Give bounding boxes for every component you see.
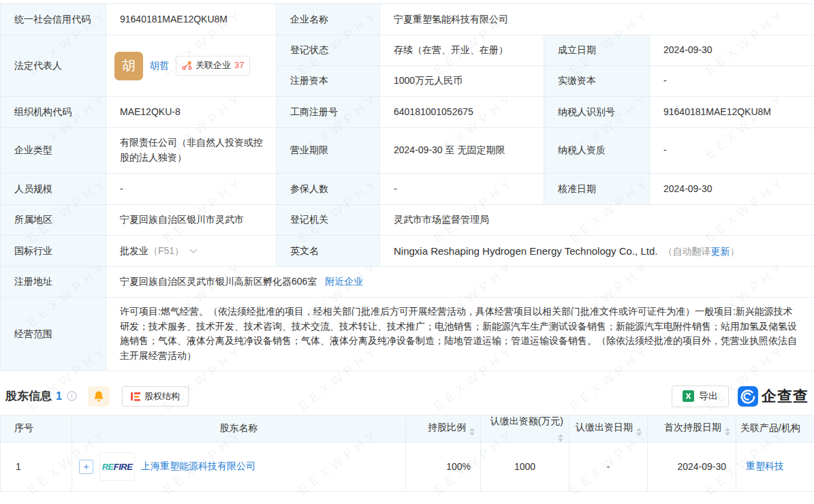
address-label: 注册地址 [1, 267, 106, 298]
region-label: 所属地区 [1, 205, 106, 236]
shareholder-name-cell: + REFIRE 上海重塑能源科技有限公司 [72, 442, 406, 491]
address-value: 宁夏回族自治区灵武市银川高新区孵化器606室 附近企业 [106, 267, 814, 298]
ratio-value: 100% [406, 442, 481, 491]
english-note-suffix: ） [730, 246, 739, 257]
staff-size-value: - [106, 174, 277, 205]
logo-fire-text: FIRE [114, 462, 133, 472]
nearby-companies-link[interactable]: 附近企业 [325, 276, 363, 287]
org-code-value: MAE12QKU-8 [106, 97, 277, 128]
col-ratio: 持股比例 [406, 415, 481, 442]
industry-text: 批发业 [120, 245, 148, 256]
related-companies-button[interactable]: 关联企业 37 [176, 56, 250, 75]
company-type-label: 企业类型 [1, 128, 106, 174]
row-index: 1 [1, 442, 72, 491]
chevron-down-icon[interactable] [189, 249, 198, 253]
approval-date-value: 2024-09-30 [650, 174, 814, 205]
insured-count-label: 参保人数 [277, 174, 380, 205]
qcc-brand-text: 企查查 [762, 386, 809, 407]
english-note-prefix: （自动翻译 [663, 246, 710, 257]
col-index: 序号 [1, 415, 72, 442]
col-related-product: 关联产品/机构 [736, 415, 814, 442]
legal-rep-label: 法定代表人 [1, 35, 106, 97]
section-title: 股东信息 [5, 388, 52, 404]
col-subscribe-date: 认缴出资日期 [569, 415, 648, 442]
paid-capital-label: 实缴资本 [544, 66, 650, 97]
export-label: 导出 [699, 390, 718, 403]
english-name-text: Ningxia Reshaping Hydrogen Energy Techno… [394, 245, 657, 257]
biz-reg-no-label: 工商注册号 [277, 97, 380, 128]
taxpayer-quality-label: 纳税人资质 [544, 128, 650, 174]
industry-label: 国标行业 [1, 236, 106, 267]
industry-code: （F51） [148, 245, 184, 256]
bell-icon [93, 390, 104, 403]
taxpayer-quality-value: - [650, 128, 814, 174]
reg-authority-label: 登记机关 [277, 205, 380, 236]
company-name-label: 企业名称 [277, 4, 380, 35]
amount-value: 1000 [481, 442, 569, 491]
logo-re-text: RE [102, 462, 114, 472]
company-name-value: 宁夏重塑氢能科技有限公司 [380, 4, 814, 35]
establish-date-value: 2024-09-30 [650, 35, 814, 66]
related-companies-text: 关联企业 [195, 59, 231, 72]
excel-icon [683, 390, 694, 402]
col-first-hold-date-label: 首次持股日期 [664, 422, 721, 432]
address-text: 宁夏回族自治区灵武市银川高新区孵化器606室 [120, 276, 317, 287]
related-product-link[interactable]: 重塑科技 [746, 460, 784, 471]
industry-value: 批发业（F51） [106, 236, 277, 267]
credit-code-value: 91640181MAE12QKU8M [106, 4, 277, 35]
reg-status-value: 存续（在营、开业、在册） [380, 35, 544, 66]
biz-term-label: 营业期限 [277, 128, 380, 174]
legal-rep-avatar[interactable]: 胡 [114, 52, 143, 80]
biz-term-value: 2024-09-30 至 无固定期限 [380, 128, 544, 174]
shareholder-name-link[interactable]: 上海重塑能源科技有限公司 [141, 460, 255, 473]
col-amount: 认缴出资额(万元) [481, 415, 569, 442]
qcc-logo-icon [738, 386, 758, 407]
org-code-label: 组织机构代码 [1, 97, 106, 128]
expand-button[interactable]: + [79, 460, 93, 474]
establish-date-label: 成立日期 [544, 35, 650, 66]
related-product-cell: 重塑科技 [736, 442, 814, 491]
subscribe-date-value: - [569, 442, 648, 491]
reg-capital-value: 1000万元人民币 [380, 66, 544, 97]
col-first-hold-date: 首次持股日期 [648, 415, 736, 442]
shareholders-count: 1 [56, 390, 62, 403]
scope-label: 经营范围 [1, 298, 106, 371]
sort-icon[interactable] [469, 428, 475, 436]
insured-count-value: - [380, 174, 544, 205]
sort-icon[interactable] [558, 434, 563, 442]
biz-reg-no-value: 640181001052675 [380, 97, 544, 128]
approval-date-label: 核准日期 [544, 174, 650, 205]
table-row: 1 + REFIRE 上海重塑能源科技有限公司 100% 1000 - 2024… [1, 442, 814, 491]
scope-value: 许可项目:燃气经营。（依法须经批准的项目，经相关部门批准后方可开展经营活动，具体… [106, 298, 814, 371]
paid-capital-value: - [650, 66, 814, 97]
company-type-value: 有限责任公司（非自然人投资或控股的法人独资） [106, 128, 277, 174]
legal-rep-name-link[interactable]: 胡哲 [150, 59, 169, 74]
first-hold-date-value: 2024-09-30 [648, 442, 736, 491]
reg-status-label: 登记状态 [277, 35, 380, 66]
export-button[interactable]: 导出 [672, 385, 729, 407]
qcc-brand-logo[interactable]: 企查查 [738, 386, 809, 407]
shareholders-table: 序号 股东名称 持股比例 认缴出资额(万元) 认缴出资日期 首次持股日期 关联产… [0, 415, 814, 492]
shareholders-section-header: 股东信息 1 股权结构 导出 企查查 [0, 385, 814, 408]
credit-code-label: 统一社会信用代码 [1, 4, 106, 35]
sort-icon[interactable] [636, 428, 642, 436]
sort-icon[interactable] [725, 428, 730, 436]
bell-button[interactable] [88, 386, 110, 407]
english-name-value: Ningxia Reshaping Hydrogen Energy Techno… [380, 236, 814, 267]
english-name-label: 英文名 [277, 236, 380, 267]
shareholder-logo: REFIRE [99, 452, 135, 481]
company-info-table: 统一社会信用代码 91640181MAE12QKU8M 企业名称 宁夏重塑氢能科… [0, 3, 814, 371]
staff-size-label: 人员规模 [1, 174, 106, 205]
col-subscribe-date-label: 认缴出资日期 [576, 422, 633, 432]
region-value: 宁夏回族自治区银川市灵武市 [106, 205, 277, 236]
reg-capital-label: 注册资本 [277, 66, 380, 97]
equity-structure-label: 股权结构 [144, 390, 180, 403]
related-company-icon [182, 61, 192, 70]
info-icon[interactable] [67, 391, 77, 401]
equity-structure-icon [131, 392, 140, 401]
english-update-link[interactable]: 更新 [710, 246, 730, 257]
taxpayer-id-label: 纳税人识别号 [544, 97, 650, 128]
taxpayer-id-value: 91640181MAE12QKU8M [650, 97, 814, 128]
col-amount-label: 认缴出资额(万元) [490, 415, 563, 426]
equity-structure-button[interactable]: 股权结构 [122, 386, 189, 407]
